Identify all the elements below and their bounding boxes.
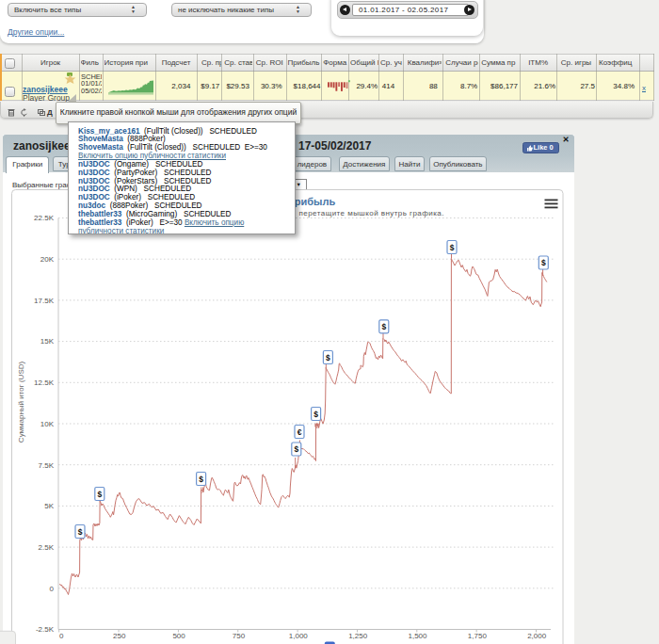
svg-text:1,250: 1,250 [348,632,368,640]
svg-text:€: € [297,427,302,437]
svg-text:15K: 15K [40,337,55,346]
svg-text:2.5K: 2.5K [39,543,55,552]
svg-text:12.5K: 12.5K [34,378,55,387]
svg-text:$: $ [294,444,298,454]
svg-text:0: 0 [50,585,55,593]
svg-text:1,500: 1,500 [408,632,427,640]
svg-text:7.5K: 7.5K [39,461,55,470]
svg-text:$: $ [381,322,386,331]
svg-text:-2.5K: -2.5K [36,625,55,634]
svg-text:5K: 5K [44,502,54,510]
svg-text:$: $ [326,353,330,362]
svg-text:$: $ [78,527,83,537]
svg-text:$: $ [97,490,102,499]
svg-text:17.5K: 17.5K [34,297,55,305]
svg-text:2,000: 2,000 [527,632,547,640]
svg-text:0: 0 [59,632,64,640]
svg-text:1,750: 1,750 [468,632,488,640]
svg-text:250: 250 [113,632,126,640]
svg-text:$: $ [199,475,203,484]
svg-text:Суммарный итог (USD): Суммарный итог (USD) [17,362,25,443]
svg-text:$: $ [541,258,546,267]
svg-text:$: $ [313,410,318,419]
svg-text:22.5K: 22.5K [34,214,55,222]
svg-text:10K: 10K [40,420,55,428]
svg-text:перетащите мышкой внутрь графи: перетащите мышкой внутрь графика. [299,209,444,217]
svg-text:1,000: 1,000 [289,632,309,640]
svg-text:500: 500 [172,632,185,640]
svg-text:$: $ [450,243,455,252]
svg-text:750: 750 [233,632,246,640]
svg-text:20K: 20K [40,255,55,264]
